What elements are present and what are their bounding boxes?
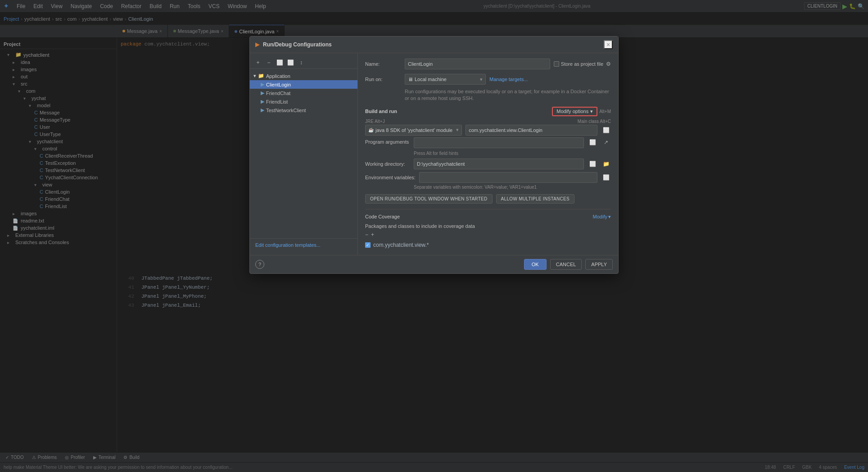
- config-icon-tnc: ▶: [261, 107, 264, 113]
- java-icon: ☕: [368, 127, 374, 132]
- sdk-value: java 8 SDK of 'yychatclient' module: [375, 127, 452, 133]
- apply-button[interactable]: APPLY: [585, 259, 613, 270]
- ok-button[interactable]: OK: [524, 259, 547, 270]
- main-class-input[interactable]: [466, 125, 597, 136]
- coverage-toolbar: − +: [365, 231, 611, 238]
- code-coverage-header: Code Coverage Modify ▾: [365, 214, 611, 220]
- working-dir-browse-button[interactable]: 📁: [601, 159, 611, 169]
- working-dir-copy-button[interactable]: ⬜: [588, 159, 597, 169]
- env-vars-input[interactable]: [419, 172, 597, 183]
- working-dir-input[interactable]: [414, 159, 584, 169]
- config-label-clientlogin: ClientLogin: [266, 82, 291, 87]
- dialog-close-button[interactable]: ×: [604, 40, 613, 49]
- add-config-button[interactable]: +: [253, 59, 262, 67]
- run-on-label: Run on:: [365, 77, 401, 82]
- prog-args-hint: Press Alt for field hints: [365, 151, 611, 156]
- modify-shortcut: Alt+M: [599, 109, 611, 114]
- chevron-down-modify: ▾: [590, 109, 593, 114]
- chevron-down-sdk: ▾: [456, 127, 459, 133]
- build-run-title: Build and run: [365, 109, 397, 114]
- chevron-down-modify-link: ▾: [608, 214, 611, 220]
- prog-args-label: Program arguments: [365, 137, 410, 145]
- dialog-toolbar: + − ⬜ ⬜ ↕: [250, 57, 357, 69]
- config-label-friendlist: FriendList: [266, 99, 288, 104]
- name-label: Name:: [365, 61, 401, 67]
- config-label-tnc: TestNetworkClient: [266, 108, 306, 113]
- config-icon-friendlist: ▶: [261, 99, 264, 104]
- run-on-select[interactable]: 🖥 Local machine ▾: [405, 74, 486, 85]
- remove-config-button[interactable]: −: [264, 59, 273, 67]
- config-item-clientlogin[interactable]: ▶ ClientLogin: [250, 80, 357, 89]
- machine-icon: 🖥: [408, 77, 413, 82]
- store-checkbox-container[interactable]: Store as project file: [554, 61, 603, 67]
- chevron-down-run-on: ▾: [480, 77, 483, 82]
- dialog-overlay: ▶ Run/Debug Configurations × + − ⬜ ⬜ ↕: [0, 0, 868, 472]
- coverage-remove-button[interactable]: −: [365, 231, 368, 238]
- prog-args-folder-button[interactable]: ↗: [601, 137, 611, 147]
- config-tree: ▾ 📁 Application ▶ ClientLogin ▶ FriendCh…: [250, 71, 357, 115]
- toggle-buttons-row: OPEN RUN/DEBUG TOOL WINDOW WHEN STARTED …: [365, 194, 611, 204]
- run-debug-dialog: ▶ Run/Debug Configurations × + − ⬜ ⬜ ↕: [249, 36, 619, 274]
- modify-options-button[interactable]: Modify options ▾: [552, 107, 597, 116]
- env-vars-label: Environment variables:: [365, 175, 416, 180]
- modify-options-group: Modify options ▾ Alt+M: [552, 107, 611, 116]
- dialog-sidebar: + − ⬜ ⬜ ↕ ▾ 📁 Application ▶: [250, 53, 358, 255]
- application-section-header[interactable]: ▾ 📁 Application: [250, 72, 357, 80]
- name-input[interactable]: [405, 59, 550, 69]
- modify-link-text: Modify: [593, 214, 607, 219]
- prog-args-field[interactable]: [414, 137, 584, 148]
- name-row: Name: Store as project file ⚙: [365, 59, 611, 69]
- dialog-footer: ? OK CANCEL APPLY: [250, 255, 618, 273]
- dialog-title: ▶ Run/Debug Configurations: [255, 41, 332, 48]
- working-dir-label: Working directory:: [365, 161, 410, 167]
- working-dir-row: Working directory: ⬜ 📁: [365, 159, 611, 169]
- open-tool-window-button[interactable]: OPEN RUN/DEBUG TOOL WINDOW WHEN STARTED: [365, 194, 493, 204]
- config-item-testnetworkclient[interactable]: ▶ TestNetworkClient: [250, 106, 357, 114]
- gear-button[interactable]: ⚙: [606, 61, 611, 67]
- save-config-button[interactable]: ⬜: [286, 59, 295, 67]
- coverage-checkbox[interactable]: ✓: [365, 242, 371, 248]
- main-class-copy-button[interactable]: ⬜: [601, 125, 611, 135]
- build-run-section: Build and run Modify options ▾ Alt+M JRE…: [365, 107, 611, 190]
- store-as-project-checkbox[interactable]: [554, 61, 559, 67]
- store-checkbox-row: Store as project file ⚙: [554, 61, 611, 67]
- config-icon-clientlogin: ▶: [261, 82, 264, 87]
- shortcut-hints-right: Main class Alt+C: [578, 119, 611, 124]
- copy-config-button[interactable]: ⬜: [275, 59, 284, 67]
- code-coverage-title: Code Coverage: [365, 214, 400, 219]
- modify-options-label: Modify options: [556, 109, 588, 114]
- run-on-value: Local machine: [415, 77, 447, 82]
- app-folder-icon: 📁: [258, 73, 264, 79]
- env-vars-edit-button[interactable]: ⬜: [601, 172, 611, 182]
- allow-multiple-instances-button[interactable]: ALLOW MULTIPLE INSTANCES: [496, 194, 574, 204]
- cancel-button[interactable]: CANCEL: [550, 259, 582, 270]
- application-label: Application: [266, 73, 290, 79]
- main-class-shortcut: Main class Alt+C: [578, 119, 611, 124]
- coverage-item-label: com.yychatclient.view.*: [373, 242, 429, 248]
- env-vars-row: Environment variables: ⬜: [365, 172, 611, 183]
- sort-config-button[interactable]: ↕: [297, 59, 306, 67]
- coverage-add-button[interactable]: +: [371, 231, 374, 238]
- run-on-row: Run on: 🖥 Local machine ▾ Manage targets…: [365, 74, 611, 85]
- coverage-desc: Packages and classes to include in cover…: [365, 223, 611, 229]
- edit-config-templates-link[interactable]: Edit configuration templates...: [250, 238, 357, 251]
- dialog-footer-left: ?: [255, 260, 264, 269]
- sdk-select[interactable]: ☕ java 8 SDK of 'yychatclient' module ▾: [365, 125, 462, 136]
- prog-args-expand-button[interactable]: ⬜: [588, 137, 597, 147]
- modify-link[interactable]: Modify ▾: [593, 214, 611, 220]
- config-label-friendchat: FriendChat: [266, 91, 290, 96]
- build-run-header: Build and run Modify options ▾ Alt+M: [365, 107, 611, 116]
- config-item-friendchat[interactable]: ▶ FriendChat: [250, 89, 357, 97]
- code-coverage-section: Code Coverage Modify ▾ Packages and clas…: [365, 209, 611, 250]
- manage-targets-link[interactable]: Manage targets...: [489, 77, 528, 82]
- env-vars-hint: Separate variables with semicolon: VAR=v…: [365, 185, 611, 190]
- dialog-form-content: Name: Store as project file ⚙ Run on: �: [358, 53, 618, 255]
- dialog-body: + − ⬜ ⬜ ↕ ▾ 📁 Application ▶: [250, 53, 618, 255]
- config-item-friendlist[interactable]: ▶ FriendList: [250, 97, 357, 106]
- hints-row: JRE Alt+J Main class Alt+C: [365, 119, 611, 124]
- store-as-project-label: Store as project file: [561, 61, 603, 67]
- help-button[interactable]: ?: [255, 260, 264, 269]
- run-on-description: Run configurations may be executed local…: [365, 88, 611, 102]
- chevron-down-icon-app: ▾: [253, 73, 256, 79]
- coverage-item: ✓ com.yychatclient.view.*: [365, 241, 611, 250]
